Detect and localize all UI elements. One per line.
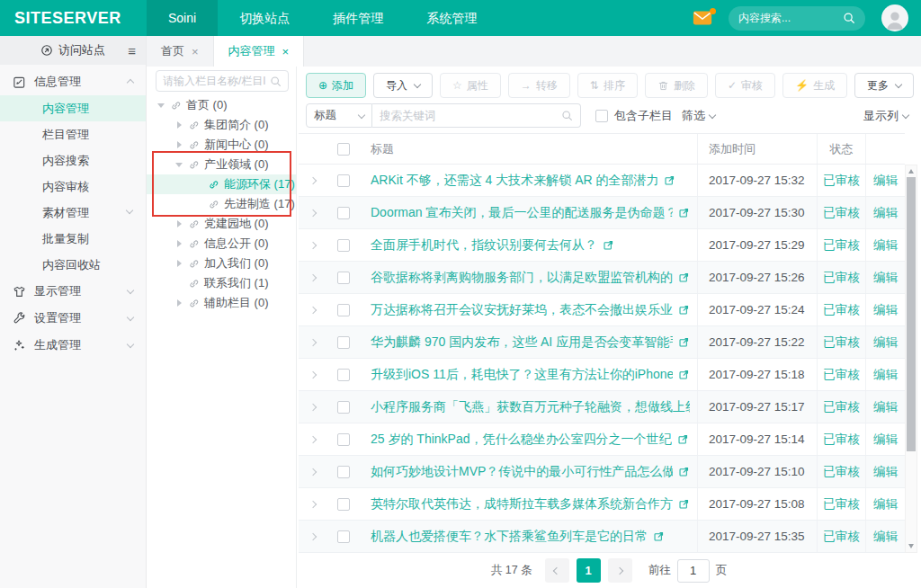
tree-caret-icon[interactable] [175, 121, 183, 129]
external-link-icon[interactable] [653, 530, 665, 542]
row-edit-link[interactable]: 编辑 [873, 464, 898, 480]
external-link-icon[interactable] [677, 433, 689, 445]
row-expand-button[interactable] [299, 456, 327, 487]
message-button[interactable] [693, 11, 712, 25]
tab[interactable]: 内容管理 × [214, 36, 305, 67]
select-all-checkbox[interactable] [337, 143, 350, 156]
search-icon[interactable] [561, 110, 573, 121]
row-edit-link[interactable]: 编辑 [873, 399, 898, 415]
tree-node[interactable]: 产业领域 (0) [147, 155, 296, 174]
user-avatar[interactable] [881, 4, 908, 31]
row-edit-link[interactable]: 编辑 [873, 367, 898, 383]
goto-page-input[interactable] [677, 559, 710, 583]
row-expand-button[interactable] [299, 521, 327, 552]
collapse-menu-icon[interactable]: ≡ [128, 43, 136, 58]
external-link-icon[interactable] [678, 369, 690, 380]
row-title-link[interactable]: Doorman 宣布关闭，最后一公里的配送服务是伪命题？ [371, 205, 673, 221]
search-field-select[interactable]: 标题 [306, 103, 372, 128]
tree-node[interactable]: 能源环保 (17) [147, 174, 296, 194]
row-edit-link[interactable]: 编辑 [873, 432, 898, 448]
sidebar-group[interactable]: 信息管理 [0, 68, 146, 95]
scrollbar-thumb[interactable] [907, 177, 916, 451]
tree-caret-icon[interactable] [195, 200, 203, 209]
display-columns-toggle[interactable]: 显示列 [863, 108, 908, 124]
row-title-link[interactable]: 华为麒麟 970 国内发布，这些 AI 应用是否会变革智能手机？ [371, 334, 673, 351]
review-button[interactable]: ✓ 审核 [715, 73, 775, 98]
row-title-link[interactable]: 小程序服务商「飞燕」获数百万元种子轮融资，想做线上线下的各种解决方案 [371, 399, 690, 415]
tree-caret-icon[interactable] [175, 299, 183, 307]
row-edit-link[interactable]: 编辑 [873, 205, 898, 221]
sidebar-group[interactable]: 设置管理 [0, 305, 146, 332]
tree-caret-icon[interactable] [175, 161, 183, 169]
tree-node[interactable]: 集团简介 (0) [147, 115, 296, 135]
sort-button[interactable]: ⇅ 排序 [577, 73, 638, 98]
row-checkbox[interactable] [337, 433, 350, 446]
keyword-input[interactable] [380, 110, 561, 122]
row-edit-link[interactable]: 编辑 [873, 237, 898, 254]
row-title-link[interactable]: 如何巧妙地设计MVP？传说中的最小可行性产品怎么做？ [371, 464, 673, 480]
row-expand-button[interactable] [299, 197, 327, 228]
tree-caret-icon[interactable] [175, 280, 183, 288]
tree-caret-icon[interactable] [195, 181, 203, 189]
external-link-icon[interactable] [678, 272, 690, 283]
sidebar-item[interactable]: 内容搜索 [0, 147, 146, 174]
row-title-link[interactable]: ARKit 不够，还需这 4 大技术来解锁 AR 的全部潜力 [371, 173, 658, 189]
row-title-link[interactable]: 25 岁的 ThinkPad，凭什么稳坐办公室四分之一个世纪 [371, 432, 672, 448]
sidebar-item[interactable]: 内容管理 [0, 95, 146, 121]
prev-page-button[interactable] [545, 558, 569, 583]
row-expand-button[interactable] [299, 488, 327, 520]
row-title-link[interactable]: 机器人也爱搭便车？水下搭乘鲨鱼列车是它的日常 [371, 529, 648, 545]
row-title-link[interactable]: 谷歌据称将剥离购物服务部门，以满足欧盟监管机构的要求 [371, 270, 673, 286]
nav-item[interactable]: 切换站点 [218, 0, 311, 36]
row-checkbox[interactable] [337, 304, 350, 316]
tree-node[interactable]: 信息公开 (0) [147, 234, 296, 254]
import-button[interactable]: 导入 [373, 73, 433, 98]
tree-node[interactable]: 联系我们 (1) [147, 273, 296, 293]
close-icon[interactable]: × [192, 46, 199, 58]
add-button[interactable]: ⊕ 添加 [306, 73, 366, 98]
external-link-icon[interactable] [603, 239, 614, 251]
attribute-button[interactable]: ☆ 属性 [440, 73, 501, 98]
generate-button[interactable]: ⚡ 生成 [782, 73, 847, 98]
nav-item[interactable]: Soini [147, 0, 218, 36]
page-1-button[interactable]: 1 [577, 558, 601, 583]
row-expand-button[interactable] [299, 229, 327, 261]
row-checkbox[interactable] [337, 369, 350, 381]
tree-caret-icon[interactable] [175, 141, 183, 149]
row-expand-button[interactable] [299, 391, 327, 423]
global-search-input[interactable] [738, 12, 837, 24]
scroll-down-icon[interactable] [908, 544, 914, 548]
filter-toggle[interactable]: 筛选 [682, 108, 715, 124]
row-title-link[interactable]: 升级到iOS 11后，耗电快了？这里有方法让你的iPhone更持久 [371, 367, 673, 383]
nav-item[interactable]: 插件管理 [311, 0, 405, 36]
row-checkbox[interactable] [337, 272, 350, 284]
tree-node[interactable]: 加入我们 (0) [147, 254, 296, 273]
delete-button[interactable]: 删除 [645, 73, 708, 98]
transfer-button[interactable]: → 转移 [508, 73, 570, 98]
sidebar-item[interactable]: 内容回收站 [0, 252, 146, 278]
include-children-checkbox[interactable] [595, 110, 608, 122]
tree-caret-icon[interactable] [157, 102, 165, 110]
row-expand-button[interactable] [299, 423, 327, 455]
sidebar-item[interactable]: 内容审核 [0, 174, 146, 200]
row-checkbox[interactable] [337, 466, 350, 478]
row-checkbox[interactable] [337, 530, 350, 543]
row-title-link[interactable]: 万达据称将召开会议安抚好莱坞，表态不会撤出娱乐业 [371, 302, 673, 318]
row-title-link[interactable]: 全面屏手机时代，指纹识别要何去何从？ [371, 237, 597, 254]
external-link-icon[interactable] [678, 498, 690, 510]
row-expand-button[interactable] [299, 326, 327, 358]
nav-item[interactable]: 系统管理 [405, 0, 498, 36]
external-link-icon[interactable] [678, 207, 690, 218]
sidebar-item[interactable]: 素材管理 [0, 200, 146, 226]
row-edit-link[interactable]: 编辑 [873, 529, 898, 545]
external-link-icon[interactable] [664, 174, 675, 186]
row-checkbox[interactable] [337, 336, 350, 349]
row-checkbox[interactable] [337, 401, 350, 414]
table-scrollbar[interactable] [905, 165, 917, 553]
close-icon[interactable]: × [282, 46, 290, 58]
external-link-icon[interactable] [678, 466, 690, 477]
tree-caret-icon[interactable] [175, 260, 183, 268]
tab[interactable]: 首页 × [147, 36, 214, 67]
row-edit-link[interactable]: 编辑 [873, 302, 898, 318]
row-edit-link[interactable]: 编辑 [873, 270, 898, 286]
